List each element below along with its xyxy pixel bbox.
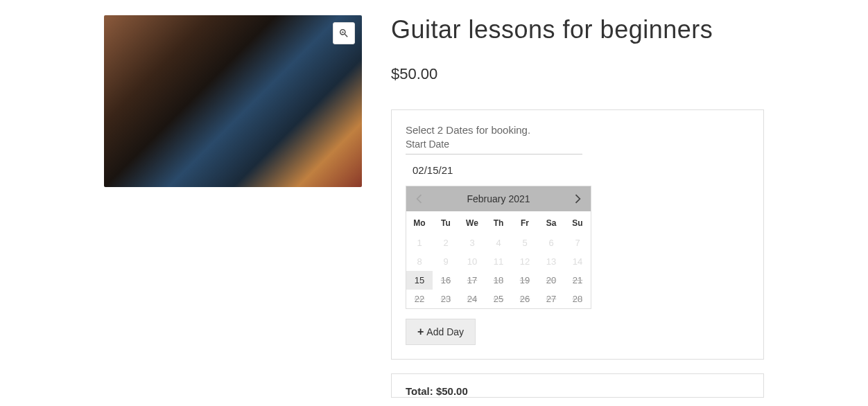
calendar-day[interactable]: 26 <box>512 290 538 308</box>
calendar-day[interactable]: 16 <box>433 271 459 290</box>
calendar-prev-button[interactable] <box>412 191 426 206</box>
calendar-header: February 2021 <box>406 186 591 211</box>
calendar-day: 1 <box>406 233 433 252</box>
total-label: Total: <box>406 385 433 397</box>
calendar-day[interactable]: 25 <box>485 290 512 308</box>
calendar-day: 12 <box>512 252 538 271</box>
calendar-day-header: We <box>459 211 485 233</box>
calendar-day[interactable]: 27 <box>538 290 564 308</box>
calendar-day: 5 <box>512 233 538 252</box>
calendar-day: 14 <box>564 252 591 271</box>
calendar-day[interactable]: 22 <box>406 290 433 308</box>
calendar-day[interactable]: 28 <box>564 290 591 308</box>
total-box: Total: $50.00 <box>391 373 764 398</box>
booking-box: Select 2 Dates for booking. Start Date F… <box>391 109 764 360</box>
add-day-button[interactable]: + Add Day <box>406 319 476 345</box>
calendar-day[interactable]: 17 <box>459 271 485 290</box>
calendar-day-headers: MoTuWeThFrSaSu <box>406 211 591 233</box>
calendar-day-header: Mo <box>406 211 433 233</box>
calendar-day: 11 <box>485 252 512 271</box>
calendar-day: 2 <box>433 233 459 252</box>
calendar-day[interactable]: 15 <box>406 271 433 290</box>
calendar-day-header: Su <box>564 211 591 233</box>
add-day-label: Add Day <box>426 326 464 337</box>
calendar-day-header: Th <box>485 211 512 233</box>
calendar-next-button[interactable] <box>571 191 585 206</box>
calendar-day: 3 <box>459 233 485 252</box>
calendar-day-header: Tu <box>433 211 459 233</box>
calendar-day-header: Fr <box>512 211 538 233</box>
plus-icon: + <box>417 326 424 337</box>
calendar-day: 6 <box>538 233 564 252</box>
calendar-month-label: February 2021 <box>467 193 530 204</box>
calendar-day: 7 <box>564 233 591 252</box>
calendar-day: 10 <box>459 252 485 271</box>
calendar-day: 13 <box>538 252 564 271</box>
product-price: $50.00 <box>391 65 764 83</box>
start-date-input[interactable] <box>406 155 582 186</box>
calendar-day-header: Sa <box>538 211 564 233</box>
calendar-day[interactable]: 23 <box>433 290 459 308</box>
calendar-day[interactable]: 18 <box>485 271 512 290</box>
zoom-icon[interactable] <box>333 22 355 44</box>
product-title: Guitar lessons for beginners <box>391 15 764 44</box>
calendar-day: 9 <box>433 252 459 271</box>
calendar-day: 8 <box>406 252 433 271</box>
calendar: February 2021 MoTuWeThFrSaSu 12345678910… <box>406 186 591 309</box>
calendar-day[interactable]: 21 <box>564 271 591 290</box>
booking-prompt: Select 2 Dates for booking. <box>406 124 749 136</box>
product-image[interactable] <box>104 15 362 187</box>
calendar-day[interactable]: 24 <box>459 290 485 308</box>
calendar-day[interactable]: 20 <box>538 271 564 290</box>
start-date-label: Start Date <box>406 139 582 155</box>
calendar-day: 4 <box>485 233 512 252</box>
calendar-day[interactable]: 19 <box>512 271 538 290</box>
total-value: $50.00 <box>436 385 468 397</box>
